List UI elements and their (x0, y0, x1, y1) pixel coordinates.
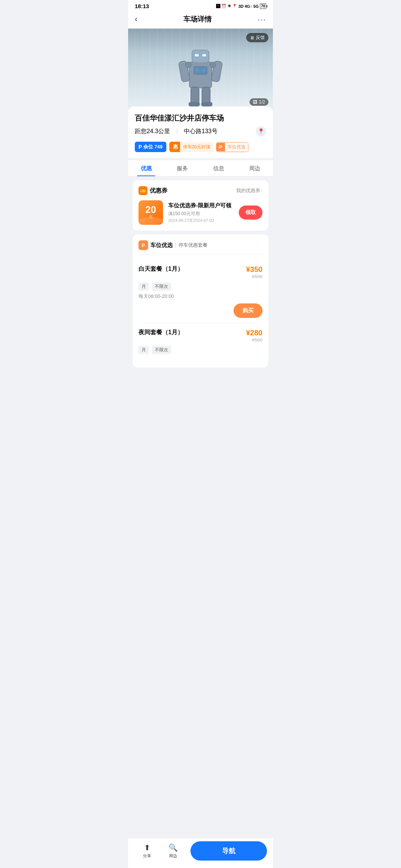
robot-illustration (175, 40, 226, 106)
svg-rect-13 (201, 102, 212, 106)
spaces-tag: P 余位 749 (135, 142, 166, 152)
tab-discount[interactable]: 优惠 (128, 160, 164, 176)
package-tags-day: 月 不限次 (138, 282, 263, 291)
buy-day-package-button[interactable]: 购买 (234, 303, 263, 318)
separator: ｜ (174, 128, 180, 134)
package-tags-night: 月 不限次 (138, 346, 263, 354)
svg-rect-5 (195, 54, 199, 57)
package-top-row: 白天套餐（1月） ¥350 ¥500 (138, 265, 263, 279)
package-time-day: 每天08:00-20:00 (138, 293, 263, 300)
tab-nearby[interactable]: 周边 (237, 160, 273, 176)
choice-tag: P 车位优选 (216, 142, 248, 152)
coupon-section-header: 🎫 优惠券 我的优惠券 › (138, 186, 263, 195)
svg-rect-7 (196, 63, 205, 66)
package-item-night: 夜间套餐（1月） ¥280 ¥500 月 不限次 (138, 323, 263, 362)
svg-rect-6 (202, 54, 206, 57)
package-brand-icon: P (138, 240, 148, 250)
status-icons: 🅽 ⏰ ✳ 📍 3D 4G↑ 5G 70 (216, 3, 266, 9)
signal-4g-icon: 4G↑ (245, 4, 252, 9)
feedback-badge[interactable]: 🖥 反馈 (246, 33, 268, 42)
hui-icon-tag: 惠 (169, 142, 182, 152)
price-original-day: ¥500 (246, 274, 263, 279)
coupon-section: 🎫 优惠券 我的优惠券 › 20 元 车位优选券-限新用户可领 满150.00元… (133, 180, 268, 231)
package-header: P 车位优选 | 停车优惠套餐 (138, 240, 263, 255)
more-button[interactable]: ··· (258, 15, 266, 24)
location-info: 距您24.3公里 ｜ 中心路133号 (135, 128, 218, 135)
coupon-date: 2024-06-27至2024-07-03 (168, 218, 234, 223)
bluetooth-icon: ✳ (228, 4, 231, 9)
status-time: 18:13 (135, 3, 149, 9)
hero-image: 🖥 反馈 🖼 1/2 (128, 29, 273, 110)
package-separator: | (175, 242, 176, 249)
package-name-night: 夜间套餐（1月） (138, 329, 183, 336)
discount-label: 停车20元封顶 (180, 142, 213, 152)
coupon-name: 车位优选券-限新用户可领 (168, 202, 234, 209)
location-row: 距您24.3公里 ｜ 中心路133号 📍 (135, 126, 266, 137)
package-top-row-night: 夜间套餐（1月） ¥280 ¥500 (138, 329, 263, 343)
svg-point-15 (210, 62, 216, 68)
nfc-icon: 🅽 (216, 4, 220, 9)
coupon-section-title: 🎫 优惠券 (138, 186, 167, 195)
pin-icon: 📍 (257, 128, 265, 135)
signal-3g-icon: 3D (238, 4, 244, 9)
battery-icon: 70 (260, 3, 266, 9)
package-brand: 车位优选 (150, 242, 173, 249)
choice-icon: P (216, 143, 225, 151)
my-coupons-link[interactable]: 我的优惠券 › (236, 187, 263, 194)
svg-point-3 (202, 69, 206, 72)
svg-point-14 (185, 62, 191, 68)
signal-5g-icon: 5G (253, 4, 259, 9)
package-section: P 车位优选 | 停车优惠套餐 白天套餐（1月） ¥350 ¥500 月 不限次… (133, 234, 268, 368)
alarm-icon: ⏰ (221, 4, 226, 9)
package-item-day: 白天套餐（1月） ¥350 ¥500 月 不限次 每天08:00-20:00 购… (138, 260, 263, 323)
photo-count-badge[interactable]: 🖼 1/2 (250, 98, 268, 106)
tabs-bar: 优惠 服务 信息 周边 (128, 160, 273, 177)
package-name-day: 白天套餐（1月） (138, 265, 183, 273)
page-header: ‹ 车场详情 ··· (128, 11, 273, 29)
pkg-tag-unlimited-day: 不限次 (152, 282, 171, 291)
map-location-button[interactable]: 📍 (256, 126, 266, 137)
svg-rect-12 (189, 102, 200, 106)
pkg-tag-unlimited-night: 不限次 (152, 346, 171, 354)
price-original-night: ¥500 (246, 337, 263, 343)
photo-icon: 🖼 (253, 99, 257, 105)
parking-info-card: 百佳华佳漾汇沙井店停车场 距您24.3公里 ｜ 中心路133号 📍 P 余位 7… (128, 106, 273, 158)
status-bar: 18:13 🅽 ⏰ ✳ 📍 3D 4G↑ 5G 70 (128, 0, 273, 11)
address-text: 中心路133号 (184, 128, 218, 134)
spaces-count: 余位 749 (143, 144, 162, 150)
choice-label: 车位优选 (225, 142, 248, 152)
coupon-amount: 20 (146, 205, 156, 214)
distance-text: 距您24.3公里 (135, 128, 170, 134)
coupon-condition: 满150.00元可用 (168, 211, 234, 217)
tab-service[interactable]: 服务 (164, 160, 201, 176)
coupon-info: 车位优选券-限新用户可领 满150.00元可用 2024-06-27至2024-… (168, 202, 234, 223)
price-current-night: ¥280 (246, 329, 263, 337)
tab-info[interactable]: 信息 (200, 160, 237, 176)
chevron-right-icon: › (261, 188, 263, 193)
coupon-title-icon: 🎫 (138, 186, 147, 195)
svg-rect-0 (189, 62, 212, 88)
pkg-tag-period-night: 月 (138, 346, 149, 354)
package-subtitle: 停车优惠套餐 (179, 242, 208, 249)
page-title: 车场详情 (183, 14, 212, 24)
price-col-night: ¥280 ¥500 (246, 329, 263, 343)
claim-coupon-button[interactable]: 领取 (239, 206, 263, 220)
discount-tag: 惠 停车20元封顶 (169, 142, 213, 152)
parking-name: 百佳华佳漾汇沙井店停车场 (135, 113, 266, 123)
price-current-day: ¥350 (246, 265, 263, 274)
pkg-tag-period-day: 月 (138, 282, 149, 291)
parking-p-icon: P (138, 144, 142, 150)
feedback-icon: 🖥 (250, 35, 254, 40)
price-col-day: ¥350 ¥500 (246, 265, 263, 279)
svg-point-2 (195, 69, 199, 72)
back-button[interactable]: ‹ (135, 14, 137, 24)
tags-row: P 余位 749 惠 停车20元封顶 P 车位优选 (135, 142, 266, 158)
package-bottom-day: 购买 (138, 303, 263, 318)
coupon-unit: 元 (149, 214, 153, 220)
coupon-icon: 20 元 (138, 200, 163, 225)
coupon-item: 20 元 车位优选券-限新用户可领 满150.00元可用 2024-06-27至… (138, 200, 263, 225)
location-icon: 📍 (232, 4, 237, 9)
